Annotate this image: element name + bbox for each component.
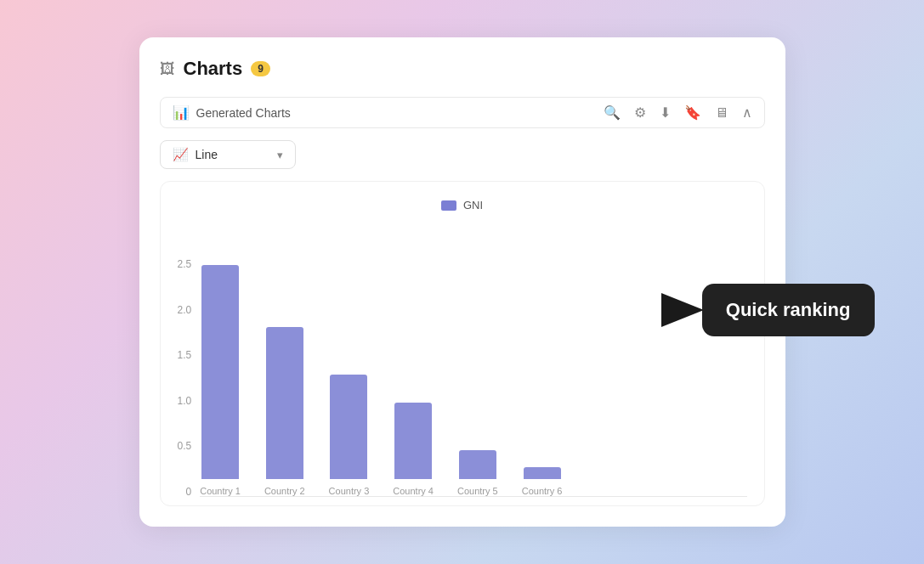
toolbar-label: Generated Charts bbox=[196, 106, 291, 120]
tooltip-box: Quick ranking bbox=[702, 284, 875, 336]
y-label-0: 0 bbox=[186, 487, 192, 497]
bar-country6 bbox=[524, 467, 561, 479]
bar-country4 bbox=[394, 403, 432, 479]
tooltip-text: Quick ranking bbox=[726, 299, 851, 320]
search-icon[interactable]: 🔍 bbox=[604, 104, 621, 121]
download-icon[interactable]: ⬇ bbox=[660, 104, 671, 121]
bookmark-icon[interactable]: 🔖 bbox=[684, 104, 701, 121]
legend-color-swatch bbox=[441, 200, 456, 211]
chevron-down-icon: ▾ bbox=[277, 149, 283, 161]
bar-group-country4: Country 4 bbox=[393, 403, 434, 496]
bar-group-country2: Country 2 bbox=[264, 327, 305, 496]
tooltip-container: Quick ranking bbox=[661, 284, 875, 336]
page-title: Charts bbox=[184, 58, 243, 80]
bar-country5 bbox=[459, 450, 496, 479]
chevron-up-icon[interactable]: ∧ bbox=[742, 104, 752, 121]
y-label-0_5: 0.5 bbox=[178, 441, 192, 451]
svg-marker-0 bbox=[661, 293, 704, 327]
chart-type-dropdown[interactable]: 📈 Line ▾ bbox=[160, 140, 296, 169]
bar-chart-icon: 📊 bbox=[173, 104, 190, 121]
legend-label: GNI bbox=[463, 199, 483, 212]
dropdown-row: 📈 Line ▾ bbox=[160, 140, 765, 169]
x-label-country3: Country 3 bbox=[329, 486, 370, 496]
tooltip-arrow-icon bbox=[661, 293, 704, 327]
y-axis: 2.5 2.0 1.5 1.0 0.5 0 bbox=[178, 259, 192, 497]
bar-chart: 2.5 2.0 1.5 1.0 0.5 0 Country 1 Country … bbox=[178, 225, 747, 497]
x-label-country1: Country 1 bbox=[200, 486, 241, 496]
bar-country2 bbox=[266, 327, 303, 479]
toolbar-right: 🔍 ⚙ ⬇ 🔖 🖥 ∧ bbox=[604, 104, 752, 121]
filter-icon[interactable]: ⚙ bbox=[634, 104, 646, 121]
bar-group-country6: Country 6 bbox=[522, 467, 563, 496]
chart-area: GNI 2.5 2.0 1.5 1.0 0.5 0 Country 1 bbox=[160, 181, 765, 506]
bar-group-country3: Country 3 bbox=[329, 375, 370, 496]
x-label-country4: Country 4 bbox=[393, 486, 434, 496]
bar-group-country5: Country 5 bbox=[457, 450, 498, 496]
card-header: 🖼 Charts 9 bbox=[160, 58, 765, 80]
x-label-country2: Country 2 bbox=[264, 486, 305, 496]
toolbar-left: 📊 Generated Charts bbox=[173, 104, 291, 121]
dropdown-value: Line bbox=[196, 148, 218, 161]
bar-country1 bbox=[201, 265, 239, 479]
y-label-1_0: 1.0 bbox=[178, 396, 192, 406]
badge-count: 9 bbox=[251, 61, 270, 76]
line-chart-icon: 📈 bbox=[173, 147, 189, 162]
chart-legend: GNI bbox=[178, 199, 747, 212]
toolbar: 📊 Generated Charts 🔍 ⚙ ⬇ 🔖 🖥 ∧ bbox=[160, 97, 765, 128]
monitor-icon[interactable]: 🖥 bbox=[715, 105, 728, 121]
bar-country3 bbox=[330, 375, 367, 479]
main-card: 🖼 Charts 9 📊 Generated Charts 🔍 ⚙ ⬇ 🔖 🖥 … bbox=[139, 37, 785, 527]
x-label-country6: Country 6 bbox=[522, 486, 563, 496]
image-icon: 🖼 bbox=[160, 60, 175, 78]
y-label-1_5: 1.5 bbox=[178, 350, 192, 360]
x-label-country5: Country 5 bbox=[457, 486, 498, 496]
y-label-2_5: 2.5 bbox=[178, 259, 192, 269]
bar-group-country1: Country 1 bbox=[200, 265, 241, 496]
y-label-2_0: 2.0 bbox=[178, 305, 192, 315]
